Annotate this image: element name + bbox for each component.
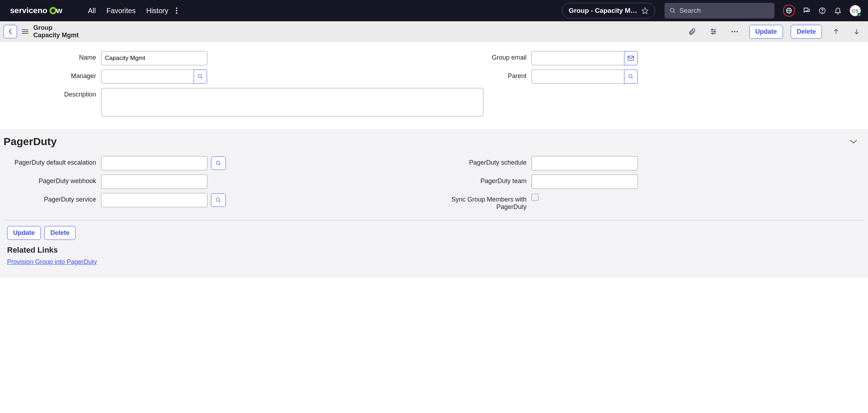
breadcrumb-title: Group - Capacity M… xyxy=(569,7,637,15)
nav-all[interactable]: All xyxy=(88,7,96,15)
svg-text:w: w xyxy=(56,6,62,15)
svg-point-4 xyxy=(176,10,177,11)
form-header: Group Capacity Mgmt Update Delete xyxy=(0,21,868,42)
webhook-label: PagerDuty webhook xyxy=(4,175,101,185)
previous-record-icon[interactable] xyxy=(833,28,840,35)
svg-point-29 xyxy=(198,75,201,78)
nav-more-icon[interactable] xyxy=(176,7,178,14)
svg-point-24 xyxy=(734,31,735,32)
search-input[interactable] xyxy=(679,7,769,15)
svg-point-22 xyxy=(712,33,713,34)
default-escalation-input[interactable] xyxy=(101,156,207,170)
webhook-input[interactable] xyxy=(101,175,207,189)
globe-icon[interactable] xyxy=(783,5,795,17)
service-label: PagerDuty service xyxy=(4,193,101,203)
svg-point-35 xyxy=(216,198,219,201)
top-bar: serviceno w All Favorites History Group … xyxy=(0,0,868,21)
search-icon xyxy=(669,7,676,14)
svg-text:serviceno: serviceno xyxy=(10,6,47,15)
servicenow-logo[interactable]: serviceno w xyxy=(7,6,74,16)
svg-line-34 xyxy=(219,164,220,165)
settings-icon[interactable] xyxy=(710,28,717,35)
manager-lookup-icon[interactable] xyxy=(194,70,207,84)
svg-point-33 xyxy=(216,161,219,164)
svg-point-20 xyxy=(711,29,713,31)
related-links-heading: Related Links xyxy=(4,240,864,257)
svg-line-8 xyxy=(673,11,675,13)
svg-point-3 xyxy=(176,7,177,9)
svg-point-31 xyxy=(629,75,632,78)
record-name: Capacity Mgmt xyxy=(33,32,79,39)
description-input[interactable] xyxy=(101,88,483,116)
manager-input[interactable] xyxy=(101,70,194,84)
team-label: PagerDuty team xyxy=(434,175,532,185)
manager-label: Manager xyxy=(4,70,101,80)
svg-line-32 xyxy=(631,77,633,78)
record-type: Group xyxy=(33,24,79,32)
delete-button[interactable]: Delete xyxy=(791,25,822,39)
chat-icon[interactable] xyxy=(803,7,811,15)
next-record-icon[interactable] xyxy=(853,28,860,35)
favorite-star-icon[interactable] xyxy=(641,7,649,14)
sync-label: Sync Group Members with PagerDuty xyxy=(434,193,532,211)
email-icon[interactable] xyxy=(624,51,638,65)
header-icons: CS xyxy=(783,5,861,17)
breadcrumb-pill[interactable]: Group - Capacity M… xyxy=(562,3,655,18)
section-title: PagerDuty xyxy=(4,136,57,148)
help-icon[interactable] xyxy=(818,7,826,15)
parent-input[interactable] xyxy=(532,70,624,84)
group-email-label: Group email xyxy=(434,51,532,61)
service-input[interactable] xyxy=(101,193,207,207)
team-input[interactable] xyxy=(532,175,638,189)
schedule-input[interactable] xyxy=(532,156,638,170)
svg-point-5 xyxy=(176,12,177,14)
footer-update-button[interactable]: Update xyxy=(7,226,41,240)
presence-indicator xyxy=(857,13,861,17)
schedule-label: PagerDuty schedule xyxy=(434,156,532,166)
svg-point-23 xyxy=(731,31,733,32)
nav-links: All Favorites History xyxy=(88,7,168,15)
update-button[interactable]: Update xyxy=(749,25,783,39)
footer-delete-button[interactable]: Delete xyxy=(44,226,76,240)
default-escalation-label: PagerDuty default escalation xyxy=(4,156,101,166)
name-label: Name xyxy=(4,51,101,61)
section-collapse-icon[interactable] xyxy=(850,139,857,144)
svg-point-13 xyxy=(822,12,822,12)
divider xyxy=(4,220,864,220)
svg-line-36 xyxy=(219,201,220,202)
context-menu-icon[interactable] xyxy=(22,29,28,34)
svg-point-25 xyxy=(736,31,738,32)
global-search[interactable] xyxy=(664,3,774,18)
svg-point-21 xyxy=(714,31,716,32)
svg-marker-6 xyxy=(642,8,648,14)
more-actions-icon[interactable] xyxy=(731,30,739,33)
nav-favorites[interactable]: Favorites xyxy=(106,7,135,15)
form-main: Name Group email Manager xyxy=(0,42,868,129)
service-lookup-icon[interactable] xyxy=(211,193,226,207)
bell-icon[interactable] xyxy=(834,7,842,15)
pagerduty-section: PagerDuty PagerDuty default escalation P… xyxy=(0,129,868,278)
record-title: Group Capacity Mgmt xyxy=(33,24,79,39)
provision-link[interactable]: Provision Group into PagerDuty xyxy=(7,258,97,265)
parent-lookup-icon[interactable] xyxy=(624,70,638,84)
parent-label: Parent xyxy=(434,70,532,80)
avatar-initials: CS xyxy=(852,8,858,13)
default-escalation-lookup-icon[interactable] xyxy=(211,156,226,170)
sync-checkbox[interactable] xyxy=(532,194,539,201)
group-email-input[interactable] xyxy=(532,51,624,65)
nav-history[interactable]: History xyxy=(146,7,168,15)
user-avatar[interactable]: CS xyxy=(850,5,861,16)
description-label: Description xyxy=(4,88,101,98)
svg-point-1 xyxy=(50,8,56,13)
back-button[interactable] xyxy=(4,25,17,38)
svg-point-7 xyxy=(670,8,674,12)
svg-line-30 xyxy=(201,77,202,78)
attachment-icon[interactable] xyxy=(688,28,696,35)
name-input[interactable] xyxy=(101,51,207,65)
